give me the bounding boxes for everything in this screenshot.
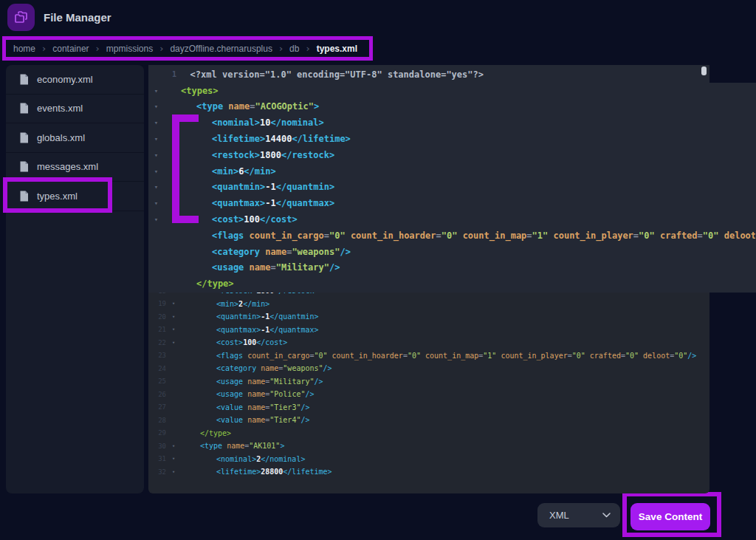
fold-arrow-icon[interactable]: ▾	[148, 103, 160, 110]
code-line: ▾<quantmin>-1</quantmin>	[148, 180, 755, 196]
line-number: 20	[148, 313, 166, 321]
code-text: <usage name="Military"/>	[181, 262, 340, 273]
code-line: ▾<nominal>10</nominal>	[148, 115, 755, 131]
annotation-box-breadcrumb: home › container › mpmissions › dayzOffl…	[2, 36, 373, 61]
line-number: 31	[148, 455, 166, 462]
fold-arrow-icon[interactable]: ▾	[166, 456, 181, 462]
chevron-down-icon	[602, 513, 611, 518]
line-number: 21	[148, 326, 166, 333]
file-icon	[19, 74, 29, 85]
sidebar-item-economy-xml[interactable]: economy.xml	[6, 65, 144, 95]
code-line: 28<value name="Tier4"/>	[148, 414, 708, 427]
code-line: ▾<quantmax>-1</quantmax>	[148, 195, 755, 211]
line-number: 1	[160, 70, 176, 78]
code-line: 21▾<quantmax>-1</quantmax>	[148, 324, 708, 337]
fold-arrow-icon[interactable]: ▾	[166, 301, 181, 307]
fold-arrow-icon[interactable]: ▾	[148, 87, 160, 95]
code-line: </type>	[148, 276, 755, 292]
code-line: 20▾<quantmin>-1</quantmin>	[148, 310, 708, 324]
fold-arrow-icon[interactable]: ▾	[148, 168, 160, 175]
fold-arrow-icon[interactable]: ▾	[166, 469, 181, 475]
fold-arrow-icon[interactable]: ▾	[166, 314, 181, 320]
format-select[interactable]: XML	[537, 503, 620, 527]
code-text: <quantmax>-1</quantmax>	[181, 198, 334, 208]
fold-arrow-icon[interactable]: ▾	[166, 443, 181, 449]
code-line: 32▾<lifetime>28800</lifetime>	[148, 465, 708, 479]
code-text: <flags count_in_cargo="0" count_in_hoard…	[184, 352, 696, 360]
code-text: <category name="weapons"/>	[184, 364, 332, 372]
line-number: 19	[148, 300, 166, 307]
sidebar-item-events-xml[interactable]: events.xml	[6, 95, 144, 124]
fold-arrow-icon[interactable]: ▾	[148, 183, 160, 191]
fold-arrow-icon[interactable]: ▾	[148, 119, 160, 126]
chevron-separator-icon: ›	[96, 43, 100, 54]
breadcrumb-item-container[interactable]: container	[52, 44, 89, 54]
zoomed-code-overlay: 1<?xml version="1.0" encoding="UTF-8" st…	[148, 66, 755, 293]
code-text: <restock>1800</restock>	[181, 150, 334, 160]
page-title: File Manager	[44, 11, 111, 24]
annotation-bracket-item-values	[172, 115, 199, 223]
code-text: <usage name="Police"/>	[184, 390, 315, 398]
breadcrumb-item-home[interactable]: home	[13, 44, 35, 54]
breadcrumb-item-db[interactable]: db	[289, 44, 299, 54]
line-number: 29	[148, 429, 166, 437]
code-text: <flags count_in_cargo="0" count_in_hoard…	[181, 230, 755, 241]
breadcrumb-item-mpmissions[interactable]: mpmissions	[106, 44, 153, 54]
code-text: </type>	[181, 278, 234, 289]
line-number: 25	[148, 377, 166, 385]
code-line: <usage name="Military"/>	[148, 260, 755, 276]
code-text: <lifetime>28800</lifetime>	[184, 468, 332, 476]
chevron-separator-icon: ›	[279, 43, 283, 54]
breadcrumb-item-mission[interactable]: dayzOffline.chernarusplus	[170, 44, 272, 54]
sidebar-item-globals-xml[interactable]: globals.xml	[6, 123, 144, 153]
code-text: </type>	[184, 429, 231, 437]
chevron-separator-icon: ›	[42, 43, 46, 54]
file-name-label: events.xml	[37, 103, 83, 114]
fold-arrow-icon[interactable]: ▾	[148, 199, 160, 207]
fold-arrow-icon[interactable]: ▾	[166, 340, 181, 346]
code-line: 22▾<cost>100</cost>	[148, 336, 708, 349]
line-number: 26	[148, 391, 166, 398]
breadcrumb: home › container › mpmissions › dayzOffl…	[6, 43, 357, 54]
code-line: 33▾<restock>3600</restock>	[148, 479, 708, 481]
editor-scrollbar[interactable]	[701, 66, 707, 75]
fold-arrow-icon[interactable]: ▾	[148, 135, 160, 143]
code-line: 27<value name="Tier3"/>	[148, 401, 708, 414]
file-name-label: globals.xml	[37, 132, 85, 143]
code-text: <nominal>10</nominal>	[181, 117, 324, 128]
file-icon	[19, 103, 29, 114]
code-text: <type name="AK101">	[184, 442, 284, 450]
code-line: <flags count_in_cargo="0" count_in_hoard…	[148, 228, 755, 244]
line-number: 27	[148, 403, 166, 411]
code-text: <quantmin>-1</quantmin>	[181, 182, 334, 192]
file-name-label: messages.xml	[37, 161, 98, 172]
code-line: 23<flags count_in_cargo="0" count_in_hoa…	[148, 349, 708, 363]
save-content-button[interactable]: Save Content	[630, 503, 710, 530]
code-line: <category name="weapons"/>	[148, 244, 755, 260]
line-number: 22	[148, 339, 166, 346]
sidebar-item-messages-xml[interactable]: messages.xml	[6, 153, 144, 182]
file-icon	[19, 161, 29, 172]
code-line: ▾<min>6</min>	[148, 163, 755, 180]
code-line: ▾<lifetime>14400</lifetime>	[148, 131, 755, 147]
folder-icon	[7, 4, 35, 31]
code-text: <cost>100</cost>	[184, 338, 287, 346]
code-line: 30▾<type name="AK101">	[148, 440, 708, 453]
sidebar-item-types-xml[interactable]: types.xml	[6, 182, 144, 211]
code-text: <?xml version="1.0" encoding="UTF-8" sta…	[181, 69, 484, 80]
fold-arrow-icon[interactable]: ▾	[166, 327, 181, 332]
line-number: 28	[148, 417, 166, 424]
format-select-value: XML	[549, 510, 569, 521]
code-text: <type name="ACOGOptic">	[181, 101, 319, 112]
code-text: <quantmax>-1</quantmax>	[184, 326, 319, 334]
app-header: File Manager	[0, 0, 756, 35]
fold-arrow-icon[interactable]: ▾	[148, 151, 160, 159]
code-text: <quantmin>-1</quantmin>	[184, 312, 319, 321]
chevron-separator-icon: ›	[159, 43, 163, 54]
code-text: <value name="Tier3"/>	[184, 403, 309, 411]
code-line: 19▾<min>2</min>	[148, 298, 708, 311]
code-text: <nominal>2</nominal>	[184, 455, 305, 463]
fold-arrow-icon[interactable]: ▾	[148, 216, 160, 223]
code-text: <usage name="Military"/>	[184, 377, 323, 386]
code-line: 31▾<nominal>2</nominal>	[148, 453, 708, 466]
